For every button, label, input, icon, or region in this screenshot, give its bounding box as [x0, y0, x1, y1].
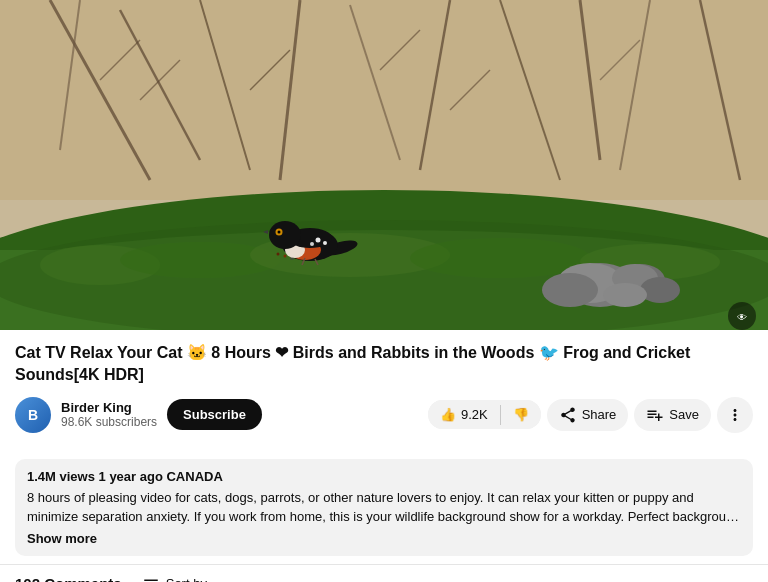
sort-icon [142, 575, 160, 582]
video-title: Cat TV Relax Your Cat 🐱 8 Hours ❤ Birds … [15, 342, 753, 387]
more-options-button[interactable] [717, 397, 753, 433]
comments-header: 102 Comments Sort by [0, 564, 768, 582]
thumbs-up-icon: 👍 [440, 407, 456, 422]
description-box[interactable]: 1.4M views 1 year ago CANADA 8 hours of … [15, 459, 753, 556]
sort-button[interactable]: Sort by [142, 575, 207, 582]
show-more-button[interactable]: Show more [27, 531, 741, 546]
svg-point-41 [603, 283, 647, 307]
save-icon [646, 406, 664, 424]
like-count: 9.2K [461, 407, 488, 422]
svg-point-50 [269, 221, 301, 249]
save-label: Save [669, 407, 699, 422]
svg-rect-1 [0, 0, 768, 200]
video-thumbnail: 👁 [0, 0, 768, 330]
like-button[interactable]: 👍 9.2K [428, 400, 500, 429]
description-text: 8 hours of pleasing video for cats, dogs… [27, 488, 741, 527]
svg-point-48 [323, 241, 327, 245]
svg-point-49 [310, 242, 314, 246]
svg-point-33 [277, 253, 280, 256]
channel-name[interactable]: Birder King [61, 400, 157, 415]
channel-subscribers: 98.6K subscribers [61, 415, 157, 429]
share-button[interactable]: Share [547, 399, 629, 431]
sort-label: Sort by [166, 576, 207, 582]
thumbs-down-icon: 👎 [513, 407, 529, 422]
svg-point-47 [316, 238, 321, 243]
channel-row: B Birder King 98.6K subscribers Subscrib… [15, 397, 753, 433]
svg-point-39 [640, 277, 680, 303]
action-row: 👍 9.2K 👎 Share Save [428, 397, 753, 433]
like-dislike-group: 👍 9.2K 👎 [428, 400, 541, 429]
share-label: Share [582, 407, 617, 422]
more-icon [726, 406, 744, 424]
share-icon [559, 406, 577, 424]
dislike-button[interactable]: 👎 [501, 400, 541, 429]
video-player[interactable]: 👁 [0, 0, 768, 330]
channel-info: Birder King 98.6K subscribers [61, 400, 157, 429]
save-button[interactable]: Save [634, 399, 711, 431]
svg-point-52 [278, 231, 281, 234]
svg-text:👁: 👁 [737, 312, 747, 323]
channel-avatar[interactable]: B [15, 397, 51, 433]
video-meta: 1.4M views 1 year ago CANADA [27, 469, 741, 484]
svg-point-30 [284, 255, 287, 258]
comments-count: 102 Comments [15, 575, 122, 582]
video-info-section: Cat TV Relax Your Cat 🐱 8 Hours ❤ Birds … [0, 330, 768, 451]
subscribe-button[interactable]: Subscribe [167, 399, 262, 430]
svg-point-40 [542, 273, 598, 307]
channel-left: B Birder King 98.6K subscribers Subscrib… [15, 397, 262, 433]
